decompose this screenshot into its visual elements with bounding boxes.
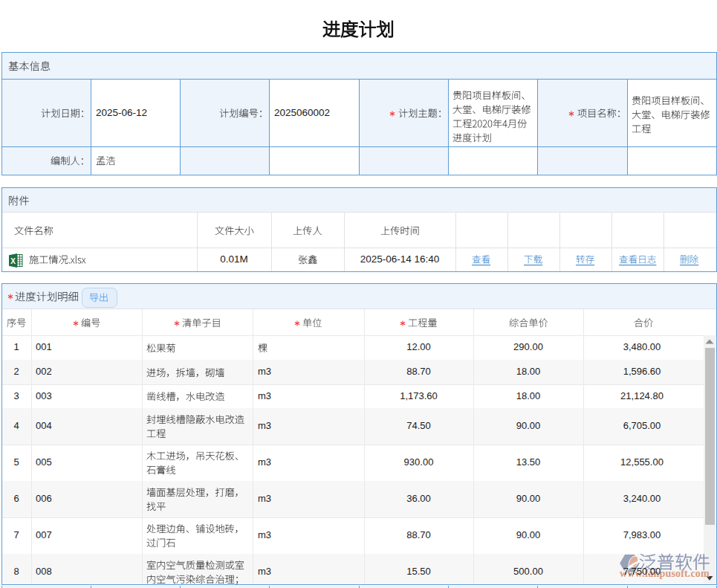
svg-text:X: X [10, 257, 16, 265]
